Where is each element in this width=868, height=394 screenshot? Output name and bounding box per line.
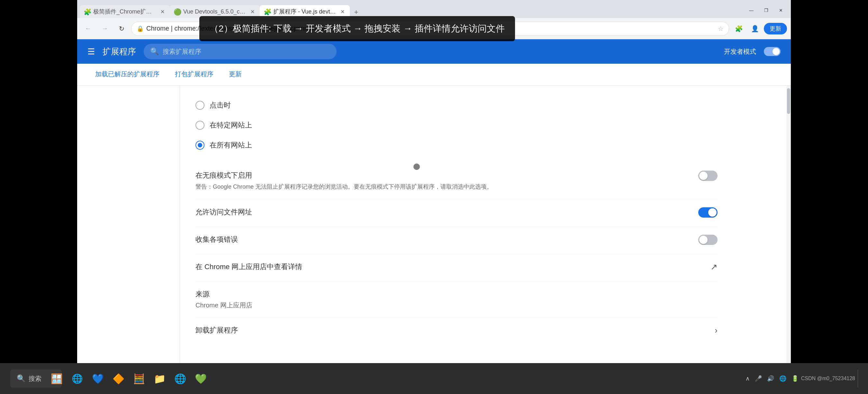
scrollbar[interactable]: [786, 86, 791, 369]
right-panel: [733, 86, 791, 369]
address-separator: |: [171, 25, 175, 32]
file-access-info: 允许访问文件网址: [195, 207, 698, 219]
left-panel: [77, 86, 180, 369]
extensions-icon[interactable]: 🧩: [732, 22, 746, 36]
extensions-title: 扩展程序: [102, 46, 136, 57]
dev-mode-toggle[interactable]: [764, 47, 780, 56]
tab2-close[interactable]: ✕: [249, 8, 256, 15]
taskbar-browser-icon[interactable]: 🌐: [171, 369, 189, 388]
tray-battery-icon: 🔋: [792, 375, 799, 382]
taskbar-folder-icon[interactable]: 📁: [151, 369, 168, 388]
window-controls: — ❐ ✕: [744, 5, 788, 18]
error-collect-info: 收集各项错误: [195, 235, 698, 246]
file-access-setting: 允许访问文件网址: [195, 200, 717, 227]
incognito-desc: 警告：Google Chrome 无法阻止扩展程序记录您的浏览活动。要在无痕模式…: [195, 182, 685, 192]
profile-icon[interactable]: 👤: [748, 22, 762, 36]
sub-navigation: 加载已解压的扩展程序 打包扩展程序 更新: [77, 64, 791, 86]
error-collect-setting: 收集各项错误: [195, 227, 717, 254]
taskbar-git-icon[interactable]: 🔶: [109, 369, 127, 388]
radio-label-click: 点击时: [210, 101, 231, 110]
system-tray: ∧ 🎤 🔊 🌐 🔋: [745, 375, 799, 382]
dev-mode-label: 开发者模式: [724, 47, 756, 56]
chevron-right-icon: ›: [715, 326, 717, 335]
external-link-icon[interactable]: ↗: [711, 262, 717, 272]
taskbar-search-button[interactable]: 🔍 搜索: [27, 369, 45, 388]
search-icon: 🔍: [150, 47, 159, 56]
taskbar-vscode-icon[interactable]: 💙: [89, 369, 107, 388]
extensions-header: ☰ 扩展程序 🔍 搜索扩展程序 开发者模式: [77, 39, 791, 64]
source-label: 来源: [195, 289, 717, 299]
tab-1[interactable]: 🧩 极简插件_Chrome扩展插件商… ✕: [80, 5, 170, 18]
error-collect-toggle[interactable]: [698, 235, 717, 245]
tab-3[interactable]: 🧩 扩展程序 - Vue.js devtools ✕: [260, 5, 350, 18]
taskbar-search-text: 搜索: [29, 374, 41, 383]
taskbar-search-icon: 🔍: [17, 374, 25, 383]
taskbar: ⊞ 🔍 搜索 🪟 🌐 💙 🔶 🧮 📁 🌐 💚 ∧ 🎤 🔊 🌐 🔋 CSDN @m…: [0, 363, 868, 394]
url-text: chrome://extensions/?id=nhdogjmejiglipcc…: [174, 25, 346, 32]
radio-click[interactable]: 点击时: [195, 95, 717, 115]
update-button-subnav[interactable]: 更新: [221, 64, 249, 86]
search-placeholder: 搜索扩展程序: [163, 47, 201, 56]
main-content: 点击时 在特定网站上 在所有网站上 在无痕模式下启用 警告：Google Chr…: [77, 86, 791, 369]
file-access-label: 允许访问文件网址: [195, 207, 685, 217]
radio-group: 点击时 在特定网站上 在所有网站上: [195, 95, 717, 155]
csdn-text: CSDN @m0_75234128: [801, 375, 855, 382]
taskbar-chrome-icon[interactable]: 🌐: [68, 369, 86, 388]
back-button[interactable]: ←: [81, 22, 95, 36]
uninstall-label: 卸载扩展程序: [195, 326, 238, 335]
load-unpacked-button[interactable]: 加载已解压的扩展程序: [88, 64, 167, 86]
taskbar-windows-icon[interactable]: 🪟: [48, 369, 66, 388]
menu-icon[interactable]: ☰: [88, 47, 95, 57]
taskbar-time: CSDN @m0_75234128: [801, 375, 855, 382]
tab3-favicon: 🧩: [264, 8, 271, 15]
navigation-bar: ← → ↻ 🔒 Chrome | chrome://extensions/?id…: [77, 18, 791, 39]
incognito-label: 在无痕模式下启用: [195, 171, 685, 180]
radio-circle-specific[interactable]: [195, 121, 205, 130]
maximize-button[interactable]: ❐: [759, 5, 774, 16]
tab2-favicon: 🟢: [174, 8, 181, 15]
close-button[interactable]: ✕: [774, 5, 788, 16]
radio-circle-all[interactable]: [195, 141, 205, 150]
radio-circle-click[interactable]: [195, 101, 205, 110]
incognito-info: 在无痕模式下启用 警告：Google Chrome 无法阻止扩展程序记录您的浏览…: [195, 171, 698, 192]
forward-button[interactable]: →: [98, 22, 112, 36]
tab-2[interactable]: 🟢 Vue Devtools_6.5.0_chrome扩… ✕: [170, 5, 260, 18]
taskbar-terminal-icon[interactable]: 💚: [192, 369, 210, 388]
error-collect-control: [698, 235, 717, 245]
tab1-title: 极简插件_Chrome扩展插件商…: [93, 8, 156, 16]
chrome-label: Chrome: [146, 25, 169, 32]
tray-mic-icon: 🎤: [755, 375, 762, 382]
tray-sound-icon[interactable]: 🔊: [767, 375, 774, 382]
browser-window: 🧩 极简插件_Chrome扩展插件商… ✕ 🟢 Vue Devtools_6.5…: [77, 0, 791, 394]
tab1-close[interactable]: ✕: [159, 8, 166, 15]
webstore-control[interactable]: ↗: [711, 262, 717, 272]
center-panel: 点击时 在特定网站上 在所有网站上 在无痕模式下启用 警告：Google Chr…: [180, 86, 733, 369]
title-bar: 🧩 极简插件_Chrome扩展插件商… ✕ 🟢 Vue Devtools_6.5…: [77, 0, 791, 18]
bookmark-icon[interactable]: ☆: [718, 25, 724, 32]
taskbar-calculator-icon[interactable]: 🧮: [130, 369, 148, 388]
file-access-toggle[interactable]: [698, 207, 717, 218]
minimize-button[interactable]: —: [744, 5, 759, 16]
tab3-close[interactable]: ✕: [339, 8, 346, 15]
pack-extension-button[interactable]: 打包扩展程序: [167, 64, 221, 86]
incognito-toggle[interactable]: [698, 171, 717, 181]
scrollbar-thumb[interactable]: [787, 88, 790, 114]
radio-all-sites[interactable]: 在所有网站上: [195, 135, 717, 155]
tray-network-icon[interactable]: 🌐: [779, 375, 786, 382]
nav-extras: 🧩 👤 更新: [732, 22, 787, 36]
tray-up-arrow[interactable]: ∧: [745, 375, 750, 382]
lock-icon: 🔒: [136, 25, 144, 32]
update-button[interactable]: 更新: [764, 23, 787, 34]
incognito-toggle-control: [698, 171, 717, 181]
new-tab-button[interactable]: +: [350, 6, 363, 18]
source-value: Chrome 网上应用店: [195, 301, 717, 310]
radio-specific-site[interactable]: 在特定网站上: [195, 115, 717, 135]
refresh-button[interactable]: ↻: [115, 22, 129, 36]
file-access-control: [698, 207, 717, 218]
address-bar[interactable]: 🔒 Chrome | chrome://extensions/?id=nhdog…: [131, 22, 729, 36]
incognito-setting: 在无痕模式下启用 警告：Google Chrome 无法阻止扩展程序记录您的浏览…: [195, 163, 717, 200]
search-bar[interactable]: 🔍 搜索扩展程序: [144, 44, 337, 59]
uninstall-row[interactable]: 卸载扩展程序 ›: [195, 318, 717, 343]
webstore-label: 在 Chrome 网上应用店中查看详情: [195, 262, 698, 272]
show-desktop-button[interactable]: [858, 369, 862, 388]
